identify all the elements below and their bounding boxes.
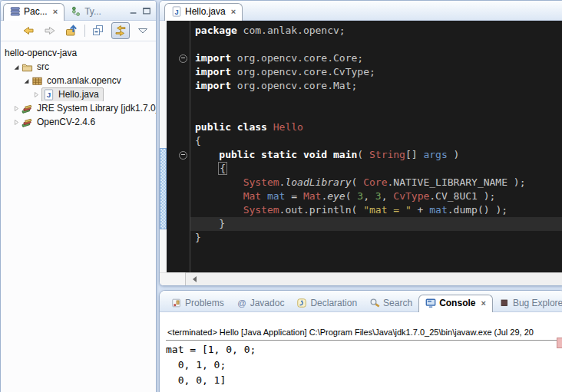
tab-label: Problems (185, 298, 224, 308)
library-icon (21, 117, 33, 128)
collapse-arrow-icon[interactable] (12, 118, 21, 127)
view-tab-javadoc[interactable]: @Javadoc (230, 295, 291, 311)
toolbar-separator (84, 25, 85, 37)
code-token: org.opencv.core.CvType; (231, 66, 375, 77)
tree-item-hello-opencv-java[interactable]: hello-opencv-java (1, 46, 156, 60)
view-tab-pac[interactable]: Pac...× (3, 3, 64, 21)
code-token: .CV_8UC1 ); (429, 190, 495, 202)
tree-item-src[interactable]: src (1, 60, 156, 74)
folding-gutter (167, 21, 190, 272)
go-up-button[interactable] (63, 23, 80, 38)
console-status: <terminated> Hello [Java Application] C:… (160, 312, 562, 337)
scrollbar-track[interactable] (185, 272, 562, 285)
code-line: public class Hello (195, 120, 562, 134)
code-token: args (423, 149, 447, 160)
view-tab-bug-explorer[interactable]: Bug Explorer (493, 295, 562, 311)
code-token: Mat (243, 190, 261, 202)
code-line: import org.opencv.core.CvType; (195, 65, 562, 79)
expand-arrow-icon[interactable] (21, 77, 31, 85)
code-token (195, 204, 243, 216)
code-token: 3 (375, 190, 382, 202)
declaration-icon (296, 298, 307, 308)
code-line: Mat mat = Mat.eye( 3, 3, CvType.CV_8UC1 … (195, 189, 562, 203)
code-token: [] (405, 149, 423, 160)
view-tab-declaration[interactable]: Declaration (290, 295, 363, 311)
code-line: package com.anlak.opencv; (195, 24, 562, 38)
view-menu-button[interactable] (134, 23, 151, 38)
bottom-view-tabbar: Problems@JavadocDeclarationSearchConsole… (160, 291, 562, 312)
svg-text:@: @ (237, 298, 246, 308)
collapse-arrow-icon[interactable] (12, 104, 21, 113)
annotation-ruler[interactable] (160, 21, 167, 272)
view-tab-search[interactable]: Search (363, 295, 418, 311)
code-text[interactable]: package com.anlak.opencv;import org.open… (190, 21, 562, 245)
code-token: CvType (393, 190, 429, 202)
code-line: { (195, 162, 562, 176)
code-token (195, 149, 219, 160)
tree-item-hello-java[interactable]: JHello.java (1, 87, 156, 101)
code-token: Hello (273, 121, 303, 133)
forward-button[interactable] (41, 23, 58, 38)
tree-item-jre-system-library-jdk1-7-0-25[interactable]: JRE System Library [jdk1.7.0_25] (1, 101, 156, 115)
console-icon (425, 298, 436, 308)
console-output[interactable]: mat = [1, 0, 0; 0, 1, 0; 0, 0, 1] (160, 341, 562, 388)
code-token: import (195, 80, 231, 91)
collapse-arrow-icon[interactable] (31, 91, 41, 99)
tree-item-label: OpenCV-2.4.6 (35, 117, 97, 127)
go-up-icon (65, 25, 78, 37)
java-file-icon: J (43, 89, 55, 100)
console-view-stack: Problems@JavadocDeclarationSearchConsole… (159, 290, 562, 392)
close-icon[interactable]: × (231, 8, 236, 16)
code-token: public class (195, 121, 267, 133)
terminate-icon[interactable] (557, 338, 562, 348)
fold-collapse-icon[interactable] (179, 151, 187, 160)
link-with-editor-button[interactable] (111, 22, 130, 39)
minimize-button[interactable] (128, 6, 139, 15)
code-token: System (243, 204, 279, 216)
problems-icon (171, 298, 182, 308)
code-line: System.out.println( "mat = " + mat.dump(… (195, 203, 562, 217)
code-token: ) (448, 149, 460, 160)
expand-arrow-icon[interactable] (12, 63, 21, 71)
code-token: import (195, 52, 231, 64)
view-tab-ty[interactable]: Ty... (64, 4, 107, 20)
collapse-all-icon (92, 25, 104, 37)
code-line: import org.opencv.core.Mat; (195, 79, 562, 93)
code-token: public static void main (219, 149, 357, 160)
code-token: Core (363, 176, 387, 188)
editor-body: package com.anlak.opencv;import org.open… (160, 21, 562, 272)
project-tree: hello-opencv-javasrccom.anlak.opencvJHel… (1, 41, 156, 129)
scrollbar-corner (160, 272, 185, 285)
editor-tab-hello-java[interactable]: JHello.java× (164, 3, 243, 21)
view-tab-console[interactable]: Console× (418, 295, 493, 312)
tab-label: Search (383, 298, 412, 308)
scroll-left-arrow-icon[interactable] (190, 276, 197, 282)
code-line (195, 93, 562, 107)
editor-area: JHello.java× package com.anlak.opencv;im… (159, 0, 562, 286)
package-explorer-view: Pac...×Ty... hello-opencv-javasrccom.anl… (0, 0, 157, 392)
fold-collapse-icon[interactable] (179, 54, 187, 63)
code-editor[interactable]: package com.anlak.opencv;import org.open… (167, 21, 562, 272)
code-token: com.anlak.opencv; (237, 25, 345, 36)
editor-tabbar: JHello.java× (160, 1, 562, 21)
code-token: } (195, 218, 225, 229)
collapse-all-button[interactable] (90, 23, 107, 38)
view-tab-problems[interactable]: Problems (165, 295, 230, 311)
maximize-button[interactable] (141, 6, 152, 15)
back-icon (22, 25, 35, 37)
horizontal-scrollbar[interactable] (160, 272, 562, 285)
code-line (195, 38, 562, 51)
type-hierarchy-icon (71, 6, 81, 17)
code-token: loadLibrary (285, 176, 351, 188)
tree-item-opencv-2-4-6[interactable]: OpenCV-2.4.6 (1, 115, 156, 129)
back-button[interactable] (20, 23, 37, 38)
code-token (261, 190, 267, 202)
link-with-editor-icon (114, 25, 127, 37)
code-token: ( (357, 149, 369, 160)
code-token: Mat (303, 190, 321, 202)
tree-item-com-anlak-opencv[interactable]: com.anlak.opencv (1, 74, 156, 87)
close-icon[interactable]: × (53, 8, 58, 16)
code-line: import org.opencv.core.Core; (195, 51, 562, 65)
code-token: { (195, 135, 201, 147)
close-icon[interactable]: × (481, 299, 485, 308)
